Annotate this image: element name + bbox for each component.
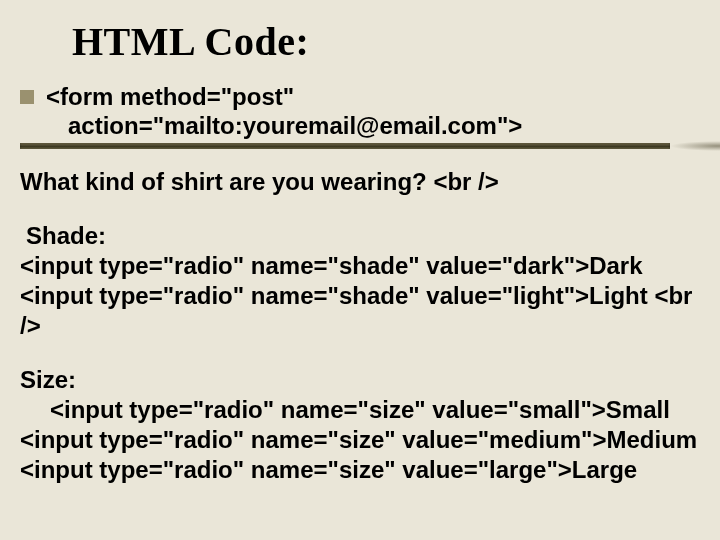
size-label: Size:: [20, 365, 710, 395]
code-line: <input type="radio" name="size" value="s…: [20, 395, 710, 425]
code-line: <input type="radio" name="size" value="m…: [20, 425, 710, 455]
slide-content: <form method="post" action="mailto:youre…: [10, 83, 710, 485]
question-text: What kind of shirt are you wearing? <br …: [20, 167, 710, 197]
code-line: <input type="radio" name="shade" value="…: [20, 251, 710, 281]
size-group: Size: <input type="radio" name="size" va…: [20, 365, 710, 485]
square-bullet-icon: [20, 90, 34, 104]
code-line: <form method="post": [46, 83, 522, 112]
form-tag-code: <form method="post" action="mailto:youre…: [46, 83, 522, 141]
shade-group: Shade: <input type="radio" name="shade" …: [20, 221, 710, 341]
bullet-item: <form method="post" action="mailto:youre…: [20, 83, 710, 141]
code-line: action="mailto:youremail@email.com">: [46, 112, 522, 141]
divider: [20, 143, 710, 149]
code-line: <input type="radio" name="shade" value="…: [20, 281, 710, 341]
code-line: <input type="radio" name="size" value="l…: [20, 455, 710, 485]
slide-title: HTML Code:: [72, 18, 710, 65]
horizontal-rule: [20, 143, 670, 149]
slide: HTML Code: <form method="post" action="m…: [0, 0, 720, 540]
shade-label: Shade:: [20, 221, 710, 251]
